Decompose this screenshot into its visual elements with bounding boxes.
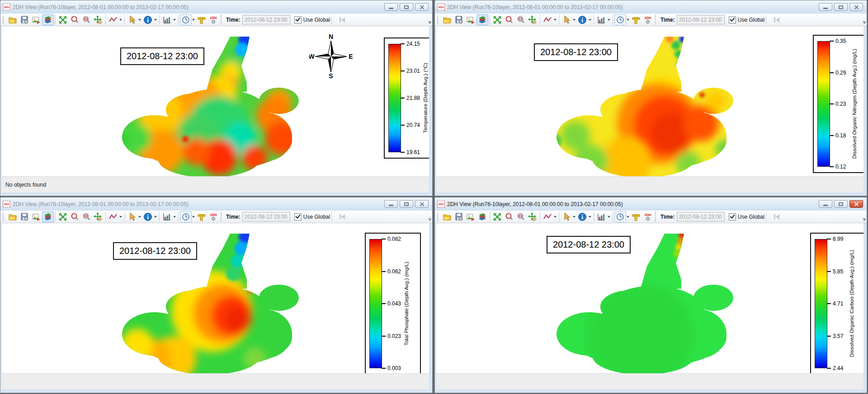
chart-button[interactable] xyxy=(595,211,607,222)
toolbar-grip[interactable] xyxy=(3,16,5,24)
zoom-window-button[interactable] xyxy=(80,14,92,25)
open-button[interactable] xyxy=(7,211,19,222)
time-settings-button[interactable] xyxy=(180,211,192,222)
zoom-previous-button[interactable] xyxy=(69,14,80,25)
save-button[interactable] xyxy=(453,211,465,222)
select-cursor-button[interactable] xyxy=(561,211,572,222)
ruler-button[interactable] xyxy=(196,211,208,222)
maximize-button[interactable] xyxy=(400,3,413,11)
time-settings-button[interactable] xyxy=(614,211,626,222)
zoom-previous-button[interactable] xyxy=(503,14,515,25)
use-global-checkbox[interactable] xyxy=(294,213,302,220)
dropdown-arrow-icon[interactable] xyxy=(627,19,629,22)
map-plot-area[interactable]: 2012-08-12 23:00 0.082 0.062 0.043 0.023… xyxy=(2,223,429,373)
pan-button[interactable] xyxy=(527,14,538,25)
minimize-button[interactable] xyxy=(384,3,398,11)
dropdown-arrow-icon[interactable] xyxy=(192,19,195,22)
open-button[interactable] xyxy=(441,14,453,25)
dropdown-arrow-icon[interactable] xyxy=(573,19,576,22)
time-input[interactable]: 2012-08-12 23:00 xyxy=(677,212,725,221)
export-image-button[interactable] xyxy=(30,211,42,222)
ruler-button[interactable] xyxy=(630,211,642,222)
skip-to-start-button[interactable] xyxy=(335,15,349,25)
toolbar-grip[interactable] xyxy=(3,213,5,221)
zoom-extents-button[interactable] xyxy=(57,211,69,222)
close-button[interactable] xyxy=(415,3,429,11)
dropdown-arrow-icon[interactable] xyxy=(119,19,122,22)
zoom-extents-button[interactable] xyxy=(491,211,503,222)
use-global-checkbox[interactable] xyxy=(729,213,736,220)
chart-button[interactable] xyxy=(161,14,173,25)
zoom-window-button[interactable] xyxy=(515,211,527,222)
zoom-window-button[interactable] xyxy=(80,211,92,222)
chart-button[interactable] xyxy=(161,211,173,222)
info-button[interactable] xyxy=(576,14,588,25)
dropdown-arrow-icon[interactable] xyxy=(154,19,157,22)
dropdown-arrow-icon[interactable] xyxy=(154,216,157,219)
toolbar-overflow-button[interactable] xyxy=(428,218,431,222)
pan-button[interactable] xyxy=(92,211,104,222)
dropdown-arrow-icon[interactable] xyxy=(608,19,610,22)
open-button[interactable] xyxy=(7,14,19,25)
zoom-previous-button[interactable] xyxy=(69,211,80,222)
maximize-button[interactable] xyxy=(400,200,413,208)
toolbar-overflow-button[interactable] xyxy=(863,21,866,25)
toolbar-overflow-button[interactable] xyxy=(863,218,866,222)
close-button[interactable] xyxy=(849,3,863,11)
maximize-button[interactable] xyxy=(834,200,848,208)
skip-to-start-button[interactable] xyxy=(335,212,349,222)
skip-to-start-button[interactable] xyxy=(770,15,783,25)
use-global-checkbox[interactable] xyxy=(294,16,302,23)
select-cursor-button[interactable] xyxy=(126,14,138,25)
export-image-button[interactable] xyxy=(465,211,476,222)
titlebar[interactable]: 2DH 2DH View (Run76-10layer, 2012-08-01 … xyxy=(0,197,432,211)
minimize-button[interactable] xyxy=(819,3,832,11)
titlebar[interactable]: 2DH 2DH View (Run76-10layer, 2012-08-01 … xyxy=(435,0,867,14)
dropdown-arrow-icon[interactable] xyxy=(138,19,141,22)
profile-series-button[interactable] xyxy=(107,14,119,25)
layers-button[interactable] xyxy=(476,211,488,222)
use-global-checkbox[interactable] xyxy=(729,16,736,23)
zoom-extents-button[interactable] xyxy=(57,14,69,25)
map-plot-area[interactable]: 2012-08-12 23:00 N S E W 24.15 23.01 21.… xyxy=(2,26,429,176)
titlebar[interactable]: 2DH 2DH View (Run76-10layer, 2012-08-01 … xyxy=(0,0,432,14)
time-input[interactable]: 2012-08-12 23:00 xyxy=(242,212,290,221)
pan-button[interactable] xyxy=(92,14,104,25)
maximize-button[interactable] xyxy=(834,3,848,11)
time-input[interactable]: 2012-08-12 23:00 xyxy=(242,15,290,24)
ruler-button[interactable] xyxy=(196,14,208,25)
select-cursor-button[interactable] xyxy=(126,211,138,222)
dropdown-arrow-icon[interactable] xyxy=(627,216,629,219)
zoom-previous-button[interactable] xyxy=(503,211,515,222)
save-button[interactable] xyxy=(19,211,30,222)
2dh-settings-button[interactable]: 2DH xyxy=(208,211,219,222)
open-button[interactable] xyxy=(441,211,453,222)
time-input[interactable]: 2012-08-12 23:00 xyxy=(677,15,725,24)
titlebar[interactable]: 2DH 2DH View (Run76-10layer, 2012-08-01 … xyxy=(435,197,867,211)
time-settings-button[interactable] xyxy=(614,14,626,25)
chart-button[interactable] xyxy=(595,14,607,25)
info-button[interactable] xyxy=(142,14,154,25)
dropdown-arrow-icon[interactable] xyxy=(138,216,141,219)
toolbar-grip[interactable] xyxy=(437,16,439,24)
close-button[interactable] xyxy=(415,200,429,208)
dropdown-arrow-icon[interactable] xyxy=(119,216,122,219)
select-cursor-button[interactable] xyxy=(561,14,572,25)
skip-to-start-button[interactable] xyxy=(770,212,783,222)
profile-series-button[interactable] xyxy=(542,14,553,25)
time-settings-button[interactable] xyxy=(180,14,192,25)
info-button[interactable] xyxy=(142,211,154,222)
ruler-button[interactable] xyxy=(630,14,642,25)
2dh-settings-button[interactable]: 2DH xyxy=(208,14,219,25)
save-button[interactable] xyxy=(453,14,465,25)
toolbar-grip[interactable] xyxy=(437,213,439,221)
profile-series-button[interactable] xyxy=(107,211,119,222)
minimize-button[interactable] xyxy=(819,200,832,208)
zoom-window-button[interactable] xyxy=(515,14,527,25)
toolbar-overflow-button[interactable] xyxy=(428,21,431,25)
save-button[interactable] xyxy=(19,14,30,25)
pan-button[interactable] xyxy=(527,211,538,222)
export-image-button[interactable] xyxy=(30,14,42,25)
minimize-button[interactable] xyxy=(384,200,398,208)
dropdown-arrow-icon[interactable] xyxy=(589,19,591,22)
